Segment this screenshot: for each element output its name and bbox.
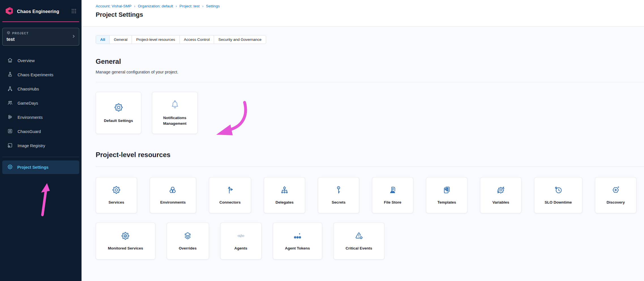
nodes-icon <box>7 86 13 92</box>
sidebar: Chaos Engineering PROJECT test <box>0 0 82 281</box>
harness-logo-icon[interactable] <box>5 6 14 17</box>
sidebar-header: Chaos Engineering <box>0 0 82 17</box>
lock-icon <box>7 128 13 135</box>
cube-icon <box>7 31 10 35</box>
app-title: Chaos Engineering <box>17 9 68 14</box>
card-notifications-management[interactable]: Notifications Management <box>152 92 198 134</box>
brand-divider <box>2 21 79 22</box>
project-name: test <box>7 37 76 42</box>
project-selector[interactable]: PROJECT test <box>2 28 79 46</box>
home-icon <box>7 57 13 64</box>
settings-content: All General Project-level resources Acce… <box>82 27 644 281</box>
gear-icon <box>114 102 124 114</box>
card-templates[interactable]: Templates <box>426 177 467 213</box>
sidebar-item-environments[interactable]: Environments <box>0 110 82 124</box>
settings-tabbar: All General Project-level resources Acce… <box>96 35 266 44</box>
main-area: Account: Vishal-SMP › Organization: defa… <box>82 0 644 281</box>
tab-access-control[interactable]: Access Control <box>179 35 214 44</box>
card-discovery[interactable]: Discovery <box>595 177 636 213</box>
card-label: Variables <box>489 200 512 205</box>
card-label: Monitored Services <box>105 246 146 251</box>
hexagon-gear-icon <box>611 185 621 196</box>
gear-icon <box>112 185 121 196</box>
breadcrumb: Account: Vishal-SMP › Organization: defa… <box>96 4 644 8</box>
page-header: Account: Vishal-SMP › Organization: defa… <box>82 0 644 27</box>
breadcrumb-organization[interactable]: Organization: default <box>138 4 173 8</box>
app-window: Chaos Engineering PROJECT test <box>0 0 644 281</box>
sidebar-item-label: ChaosHubs <box>18 87 39 91</box>
gear-check-icon <box>121 231 130 242</box>
card-agents[interactable]: Agents <box>220 223 262 259</box>
card-default-settings[interactable]: Default Settings <box>96 92 141 134</box>
tab-project-level-resources[interactable]: Project-level resources <box>132 35 179 44</box>
breadcrumb-separator: › <box>176 4 177 8</box>
project-label: PROJECT <box>12 31 29 35</box>
resource-cards-row-1: Services Environments <box>96 177 644 213</box>
card-label: Agent Tokens <box>282 246 313 251</box>
sidebar-item-chaos-experiments[interactable]: Chaos Experiments <box>0 68 82 82</box>
card-label: Overrides <box>176 246 200 251</box>
page-title: Project Settings <box>96 11 644 18</box>
card-connectors[interactable]: Connectors <box>209 177 251 213</box>
card-monitored-services[interactable]: Monitored Services <box>96 223 155 259</box>
section-divider <box>96 166 644 167</box>
section-description-general: Manage general configuration of your pro… <box>96 70 644 74</box>
breadcrumb-separator: › <box>134 4 135 8</box>
card-label: Connectors <box>217 200 243 205</box>
sidebar-item-project-settings[interactable]: Project Settings <box>2 160 79 174</box>
breadcrumb-project[interactable]: Project: test <box>179 4 200 8</box>
card-delegates[interactable]: Delegates <box>264 177 305 213</box>
module-grid-icon[interactable] <box>71 9 76 15</box>
card-label: Notifications Management <box>152 115 197 126</box>
rings-icon <box>7 114 13 121</box>
card-label: Services <box>106 200 127 205</box>
card-environments[interactable]: Environments <box>150 177 196 213</box>
sidebar-item-overview[interactable]: Overview <box>0 54 82 68</box>
card-label: SLO Downtime <box>542 200 575 205</box>
chevron-right-icon <box>72 34 76 39</box>
card-label: Discovery <box>604 200 628 205</box>
section-title-resources: Project-level resources <box>96 151 644 159</box>
sidebar-divider <box>2 157 79 157</box>
card-slo-downtime[interactable]: SLO Downtime <box>534 177 582 213</box>
sidebar-item-chaosguard[interactable]: ChaosGuard <box>0 124 82 139</box>
sidebar-item-label: Overview <box>18 58 35 63</box>
card-label: Default Settings <box>101 118 136 124</box>
general-cards: Default Settings Notifications Managemen… <box>96 92 644 134</box>
breadcrumb-account[interactable]: Account: Vishal-SMP <box>96 4 132 8</box>
sidebar-item-image-registry[interactable]: Image Registry <box>0 139 82 153</box>
tab-general[interactable]: General <box>109 35 132 44</box>
flask-icon <box>7 71 13 78</box>
branch-arrow-icon <box>225 185 235 196</box>
asterisks-icon <box>293 231 302 242</box>
bell-icon <box>170 100 180 111</box>
card-label: Agents <box>232 246 250 251</box>
project-label-row: PROJECT <box>7 31 76 35</box>
sidebar-item-label: ChaosGuard <box>18 129 41 134</box>
sidebar-item-chaoshubs[interactable]: ChaosHubs <box>0 82 82 96</box>
gear-sync-icon <box>496 185 506 196</box>
tab-security-governance[interactable]: Security and Governance <box>214 35 266 44</box>
card-variables[interactable]: Variables <box>480 177 521 213</box>
section-title-general: General <box>96 58 644 66</box>
card-label: Critical Events <box>343 246 375 251</box>
file-tray-icon <box>388 185 397 196</box>
card-file-store[interactable]: File Store <box>372 177 413 213</box>
tab-all[interactable]: All <box>96 35 109 44</box>
sidebar-item-gamedays[interactable]: GameDays <box>0 96 82 110</box>
card-agent-tokens[interactable]: Agent Tokens <box>273 223 322 259</box>
sidebar-item-label: Environments <box>18 115 43 120</box>
card-secrets[interactable]: Secrets <box>318 177 359 213</box>
card-services[interactable]: Services <box>96 177 137 213</box>
clock-icon <box>553 185 563 196</box>
code-brackets-icon <box>236 231 246 242</box>
breadcrumb-settings[interactable]: Settings <box>206 4 220 8</box>
sidebar-item-label: Project Settings <box>17 165 48 170</box>
layers-icon <box>183 231 192 242</box>
rings-icon <box>168 185 178 196</box>
card-label: Delegates <box>273 200 296 205</box>
card-overrides[interactable]: Overrides <box>167 223 209 259</box>
sidebar-nav: Overview Chaos Experiments <box>0 54 82 153</box>
annotation-arrow-up <box>34 179 57 218</box>
card-critical-events[interactable]: Critical Events <box>333 223 384 259</box>
